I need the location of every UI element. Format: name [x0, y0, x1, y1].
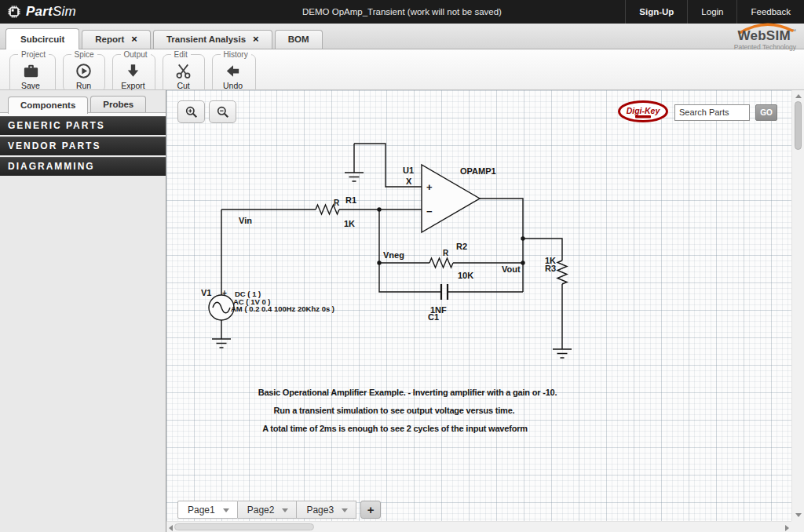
- resistor-r3[interactable]: [557, 261, 567, 284]
- sidebar-section-generic-parts[interactable]: GENERIC PARTS: [0, 116, 166, 135]
- page-tab-3[interactable]: Page3: [297, 501, 356, 519]
- net-label-vout[interactable]: Vout: [502, 264, 521, 274]
- brand-sim: Sim: [53, 4, 76, 19]
- document-tabstrip: Subcircuit Report × Transient Analysis ×…: [0, 24, 804, 49]
- ground-v1[interactable]: [212, 339, 231, 348]
- scroll-up-icon[interactable]: [795, 94, 802, 98]
- page-label: Page3: [306, 505, 334, 516]
- websim-logo: WebSIM™ Patented Technology: [734, 28, 796, 51]
- export-icon: [124, 62, 142, 80]
- opamp-minus-pin: −: [426, 206, 433, 217]
- opamp-part-label[interactable]: OPAMP1: [460, 166, 496, 176]
- undo-button[interactable]: Undo: [217, 59, 250, 90]
- group-label: Project: [18, 50, 49, 59]
- close-icon[interactable]: ×: [253, 35, 259, 43]
- chevron-down-icon[interactable]: [223, 508, 229, 512]
- chevron-down-icon[interactable]: [282, 508, 288, 512]
- tab-label: BOM: [288, 35, 309, 44]
- vertical-scrollbar[interactable]: [791, 90, 804, 521]
- zoom-in-icon: [184, 104, 199, 120]
- login-link[interactable]: Login: [687, 0, 736, 24]
- partsim-logo[interactable]: PartSim: [0, 4, 76, 20]
- r1-ref-label[interactable]: R1: [345, 195, 356, 205]
- feedback-link[interactable]: Feedback: [736, 0, 804, 24]
- button-label: Cut: [177, 81, 189, 90]
- net-label-vneg[interactable]: Vneg: [383, 250, 404, 260]
- opamp-plus-pin: +: [426, 181, 433, 193]
- signup-link[interactable]: Sign-Up: [625, 0, 687, 24]
- add-page-button[interactable]: +: [360, 501, 381, 519]
- ground-r3[interactable]: [553, 349, 572, 358]
- cut-scissors-icon: [174, 62, 192, 80]
- opamp-ref-label[interactable]: U1: [403, 166, 414, 175]
- resistor-r2[interactable]: [429, 258, 453, 268]
- annotation-line-2: Run a transient simulation to see output…: [274, 406, 515, 415]
- save-button[interactable]: Save: [14, 59, 47, 90]
- opamp-pin-label: X: [406, 177, 412, 186]
- page-tab-1[interactable]: Page1: [177, 501, 238, 519]
- tab-label: Subcircuit: [20, 35, 64, 44]
- annotation-line-3: A total time of 2ms is enough to see 2 c…: [262, 424, 528, 433]
- run-button[interactable]: Run: [68, 59, 100, 90]
- button-label: Run: [76, 81, 91, 90]
- tab-bom[interactable]: BOM: [275, 30, 323, 49]
- run-icon: [75, 62, 93, 80]
- page-tab-2[interactable]: Page2: [238, 501, 298, 519]
- close-icon[interactable]: ×: [131, 35, 137, 43]
- r3-ref-label[interactable]: R3: [545, 264, 556, 273]
- page-label: Page2: [247, 505, 275, 516]
- tab-subcircuit[interactable]: Subcircuit: [5, 28, 79, 49]
- main-area: Components Probes GENERIC PARTS VENDOR P…: [0, 90, 804, 532]
- svg-text:Digi-Key: Digi-Key: [627, 106, 661, 115]
- r2-ref-label[interactable]: R2: [456, 242, 467, 251]
- cut-button[interactable]: Cut: [167, 59, 200, 90]
- sidebar: Components Probes GENERIC PARTS VENDOR P…: [0, 90, 166, 532]
- sidebar-section-vendor-parts[interactable]: VENDOR PARTS: [0, 137, 166, 155]
- schematic-canvas[interactable]: Digi-Key GO: [166, 90, 791, 521]
- partsim-app: PartSim DEMO OpAmp_Transient (work will …: [0, 0, 804, 532]
- tab-probes[interactable]: Probes: [90, 96, 146, 113]
- horizontal-scroll-thumb[interactable]: [174, 523, 314, 530]
- zoom-in-button[interactable]: [177, 100, 205, 123]
- scroll-down-icon[interactable]: [795, 513, 802, 517]
- r2-value-label[interactable]: 10K: [458, 271, 473, 280]
- capacitor-c1[interactable]: [441, 284, 448, 300]
- tab-components[interactable]: Components: [8, 97, 88, 114]
- group-label: Edit: [171, 50, 191, 59]
- sidebar-section-diagramming[interactable]: DIAGRAMMING: [0, 157, 166, 176]
- horizontal-scrollbar[interactable]: [166, 521, 791, 532]
- net-label-vin[interactable]: Vin: [239, 216, 252, 225]
- button-label: Undo: [223, 81, 243, 90]
- wire-output[interactable]: [480, 199, 523, 292]
- annotation-line-1: Basic Operational Amplifier Example. - I…: [258, 388, 557, 397]
- chevron-down-icon[interactable]: [342, 508, 348, 512]
- export-button[interactable]: Export: [117, 59, 150, 90]
- ground-top[interactable]: [345, 144, 364, 181]
- search-parts-input[interactable]: [674, 104, 750, 121]
- scroll-right-icon[interactable]: [785, 525, 789, 531]
- chip-icon: [6, 4, 22, 20]
- scroll-left-icon[interactable]: [169, 525, 173, 531]
- toolbar-group-spice: Spice Run: [63, 50, 105, 92]
- r1-value-label[interactable]: 1K: [344, 219, 355, 228]
- button-label: Export: [121, 81, 144, 90]
- group-label: History: [221, 50, 251, 59]
- v1-ref-label[interactable]: V1: [201, 288, 211, 297]
- button-label: Save: [21, 81, 40, 90]
- topbar-links: Sign-Up Login Feedback: [625, 0, 804, 24]
- page-label: Page1: [188, 505, 215, 516]
- topbar: PartSim DEMO OpAmp_Transient (work will …: [0, 0, 804, 24]
- schematic-drawing: Vin R R1 1K U1 X OPAMP1 + − Vneg R R2 10…: [166, 90, 791, 521]
- workspace: Digi-Key GO: [166, 90, 804, 532]
- v1-param-am[interactable]: AM ( 0.2 0.4 100Hz 20Khz 0s ): [231, 304, 334, 313]
- v1-polarity-label: +: [222, 289, 227, 297]
- tab-label: Transient Analysis: [166, 35, 246, 44]
- tab-transient-analysis[interactable]: Transient Analysis ×: [153, 30, 272, 49]
- brand-part: Part: [26, 4, 53, 19]
- tab-report[interactable]: Report ×: [82, 30, 151, 49]
- vertical-scroll-thumb[interactable]: [795, 101, 802, 150]
- c1-ref-label[interactable]: C1: [428, 312, 439, 322]
- wire-r3[interactable]: [523, 239, 562, 349]
- search-go-button[interactable]: GO: [755, 104, 777, 121]
- zoom-out-button[interactable]: [209, 100, 236, 123]
